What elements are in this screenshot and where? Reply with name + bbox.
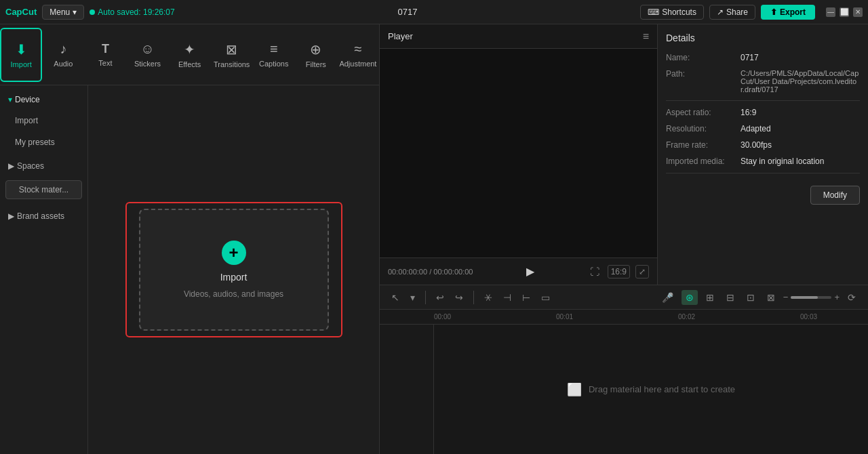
sidebar: ▾ Device Import My presets ▶ Spaces Stoc… [0, 85, 88, 454]
modify-button[interactable]: Modify [810, 186, 860, 205]
effects-icon: ✦ [184, 41, 195, 58]
share-icon: ↗ [717, 7, 724, 17]
redo-button[interactable]: ↪ [452, 290, 467, 305]
timeline-tracks: ⬜ Drag material here and start to create [434, 325, 868, 454]
fit-button[interactable]: ⟳ [844, 290, 860, 305]
title-bar-right: ⌨ Shortcuts ↗ Share ⬆ Export — ⬜ ✕ [640, 5, 863, 20]
stickers-icon: ☺ [140, 41, 154, 57]
import-plus-icon: + [222, 241, 246, 265]
tool-import[interactable]: ⬇ Import [0, 28, 42, 82]
player-details-row: Player ≡ 00:00:00:00 / 00:00:00:00 ▶ [380, 24, 868, 285]
minimize-button[interactable]: — [826, 7, 835, 17]
my-presets-label: My presets [15, 138, 55, 147]
import-drop-zone[interactable]: + Import Videos, audios, and images [139, 209, 329, 331]
export-button[interactable]: ⬆ Export [761, 5, 815, 20]
keyboard-icon: ⌨ [648, 7, 659, 17]
tool-filters[interactable]: ⊕ Filters [295, 28, 337, 82]
ruler-mark-0: 00:00 [434, 313, 451, 321]
details-divider-2 [666, 173, 860, 173]
text-label: Text [98, 59, 112, 67]
fullscreen-icon[interactable]: ⛶ [587, 265, 602, 278]
detail-row-resolution: Resolution: Adapted [666, 124, 860, 133]
share-label: Share [726, 7, 748, 17]
timeline-drag-area[interactable]: ⬜ Drag material here and start to create [434, 325, 868, 454]
menu-arrow: ▾ [73, 7, 77, 17]
fullscreen-button[interactable]: ⤢ [635, 265, 649, 278]
aspect-ratio-button[interactable]: 16:9 [608, 265, 630, 278]
magnet-button[interactable]: ⊛ [682, 290, 698, 305]
zoom-in-icon[interactable]: + [834, 292, 840, 302]
player-header: Player ≡ [380, 24, 657, 49]
toolbar-separator-2 [473, 291, 474, 304]
timeline-ruler: 00:00 00:01 00:02 00:03 00:04 00:05 00:0… [380, 310, 868, 325]
brand-assets-label: Brand assets [17, 211, 64, 221]
sidebar-section-brand-assets[interactable]: ▶ Brand assets [0, 207, 87, 225]
trim-right-button[interactable]: ⊢ [519, 290, 534, 305]
app-wrapper: CapCut Menu ▾ Auto saved: 19:26:07 0717 … [0, 0, 868, 454]
player-menu-icon[interactable]: ≡ [643, 30, 649, 43]
tool-effects[interactable]: ✦ Effects [169, 28, 211, 82]
aspect-ratio-value: 16:9 [741, 108, 860, 117]
mic-button[interactable]: 🎤 [658, 290, 677, 305]
shortcuts-button[interactable]: ⌨ Shortcuts [640, 5, 704, 20]
timeline-area: ↖ ▾ ↩ ↪ ⚹ ⊣ ⊢ ▭ 🎤 ⊛ ⊞ [380, 285, 868, 454]
device-arrow: ▾ [8, 95, 12, 104]
body-content: ⬇ Import ♪ Audio T Text ☺ Stickers ✦ E [0, 24, 868, 454]
timeline-left-tools: ↖ ▾ ↩ ↪ ⚹ ⊣ ⊢ ▭ [388, 289, 553, 305]
play-button[interactable]: ▶ [526, 265, 534, 278]
path-value: C:/Users/PMLS/AppData/Local/CapCut/User … [741, 69, 860, 94]
project-title: 0717 [398, 7, 418, 17]
tool-audio[interactable]: ♪ Audio [42, 28, 84, 82]
sidebar-item-my-presets[interactable]: My presets [4, 133, 83, 152]
adjustment-icon: ≈ [354, 41, 361, 57]
resolution-value: Adapted [741, 124, 860, 133]
total-time: 00:00:00:00 [433, 268, 473, 276]
detail-row-framerate: Frame rate: 30.00fps [666, 140, 860, 150]
imported-media-value: Stay in original location [741, 157, 860, 166]
link-button[interactable]: ⊟ [722, 290, 738, 305]
undo-button[interactable]: ↩ [433, 290, 448, 305]
tool-captions[interactable]: ≡ Captions [253, 28, 295, 82]
name-value: 0717 [741, 53, 860, 62]
tool-stickers[interactable]: ☺ Stickers [126, 28, 168, 82]
sidebar-section-spaces[interactable]: ▶ Spaces [0, 157, 87, 175]
timeline-toolbar: ↖ ▾ ↩ ↪ ⚹ ⊣ ⊢ ▭ 🎤 ⊛ ⊞ [380, 285, 868, 310]
stock-material-button[interactable]: Stock mater... [5, 180, 82, 199]
ruler-mark-2: 00:02 [678, 313, 695, 321]
tool-text[interactable]: T Text [84, 28, 126, 82]
close-button[interactable]: ✕ [853, 7, 863, 17]
menu-button[interactable]: Menu ▾ [42, 5, 84, 20]
pip-button[interactable]: ⊠ [763, 290, 779, 305]
split-button[interactable]: ⚹ [481, 289, 496, 305]
delete-button[interactable]: ▭ [538, 290, 553, 305]
import-main-label: Import [220, 272, 248, 283]
sidebar-item-import[interactable]: Import [4, 111, 83, 130]
cursor-dropdown[interactable]: ▾ [407, 290, 418, 305]
sidebar-section-device[interactable]: ▾ Device [0, 91, 87, 108]
player-title: Player [388, 31, 413, 41]
zoom-out-icon[interactable]: − [783, 292, 789, 302]
captions-icon: ≡ [270, 41, 278, 57]
audio-label: Audio [54, 60, 73, 68]
name-label: Name: [666, 53, 741, 62]
details-divider-1 [666, 100, 860, 101]
maximize-button[interactable]: ⬜ [840, 7, 849, 17]
window-controls: — ⬜ ✕ [826, 7, 863, 17]
plus-symbol: + [229, 243, 238, 262]
detail-row-imported-media: Imported media: Stay in original locatio… [666, 157, 860, 166]
player-time: 00:00:00:00 / 00:00:00:00 [388, 268, 473, 276]
filters-icon: ⊕ [310, 41, 321, 58]
cursor-tool-button[interactable]: ↖ [388, 290, 403, 305]
tool-adjustment[interactable]: ≈ Adjustment [337, 28, 379, 82]
trim-left-button[interactable]: ⊣ [500, 290, 515, 305]
import-label: Import [11, 60, 32, 68]
crop-button[interactable]: ⊡ [743, 290, 759, 305]
grid-button[interactable]: ⊞ [702, 290, 718, 305]
tool-transitions[interactable]: ⊠ Transitions [211, 28, 253, 82]
current-time: 00:00:00:00 [388, 268, 427, 276]
ruler-mark-3: 00:03 [800, 313, 817, 321]
share-button[interactable]: ↗ Share [709, 5, 755, 20]
transitions-label: Transitions [214, 60, 250, 68]
import-outer-box[interactable]: + Import Videos, audios, and images [125, 202, 342, 337]
title-bar-left: CapCut Menu ▾ Auto saved: 19:26:07 [5, 5, 175, 20]
